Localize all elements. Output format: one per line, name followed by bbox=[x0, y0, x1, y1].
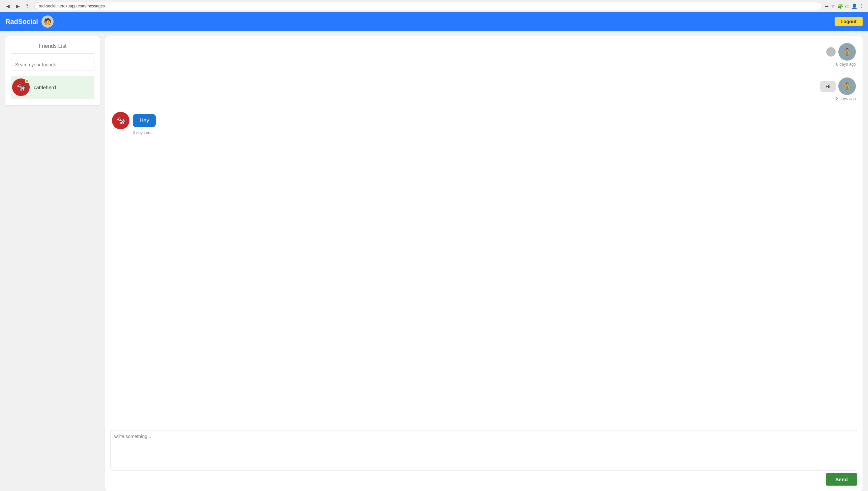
msg-timestamp-left: 6 days ago bbox=[133, 131, 153, 135]
empty-bubble bbox=[826, 47, 836, 57]
msg-row-2: Hi 🧍 bbox=[820, 78, 856, 95]
extensions-icon[interactable]: 🧩 bbox=[837, 3, 843, 9]
msg-row-left: 🐄 Hey bbox=[112, 112, 156, 129]
chat-input-area: Send bbox=[105, 426, 863, 491]
logo-avatar: 🧑 bbox=[42, 16, 54, 28]
share-icon[interactable]: ➦ bbox=[825, 3, 829, 9]
menu-icon[interactable]: ⋮ bbox=[859, 3, 864, 9]
main-layout: Friends List 🐄 cattleherd 🧍 8 days ago bbox=[0, 31, 868, 491]
msg-row-1: 🧍 bbox=[826, 43, 856, 61]
message-left-1: 🐄 Hey 6 days ago bbox=[112, 112, 856, 135]
browser-actions: ➦ ☆ 🧩 ▭ 👤 ⋮ bbox=[825, 3, 864, 9]
chat-area: 🧍 8 days ago Hi 🧍 8 days ago 🐄 Hey 6 day… bbox=[105, 36, 863, 491]
msg-timestamp-2: 8 days ago bbox=[836, 96, 856, 101]
message-right-2: Hi 🧍 8 days ago bbox=[112, 78, 856, 101]
star-icon[interactable]: ☆ bbox=[831, 3, 835, 9]
chat-messages: 🧍 8 days ago Hi 🧍 8 days ago 🐄 Hey 6 day… bbox=[105, 36, 863, 426]
app-header: RadSocial 🧑 Logout bbox=[0, 12, 868, 31]
back-button[interactable]: ◀ bbox=[4, 2, 11, 10]
refresh-button[interactable]: ↻ bbox=[24, 2, 32, 10]
search-input[interactable] bbox=[11, 59, 94, 70]
recipient-avatar-2: 🧍 bbox=[838, 78, 856, 95]
message-input[interactable] bbox=[111, 430, 857, 470]
message-right-1: 🧍 8 days ago bbox=[112, 43, 856, 67]
forward-button[interactable]: ▶ bbox=[14, 2, 22, 10]
browser-bar: ◀ ▶ ↻ rad-social.herokuapp.com/messages … bbox=[0, 0, 868, 12]
msg-timestamp-1: 8 days ago bbox=[836, 62, 856, 67]
logout-button[interactable]: Logout bbox=[835, 17, 863, 26]
friend-avatar: 🐄 bbox=[12, 79, 30, 96]
friend-name: cattleherd bbox=[34, 85, 56, 90]
app-name: RadSocial bbox=[5, 18, 38, 26]
sender-avatar: 🐄 bbox=[112, 112, 130, 129]
friends-list-title: Friends List bbox=[11, 43, 94, 54]
tab-icon[interactable]: ▭ bbox=[845, 3, 849, 9]
app-logo: RadSocial 🧑 bbox=[5, 16, 54, 28]
msg-bubble-hi: Hi bbox=[820, 81, 836, 92]
url-text: rad-social.herokuapp.com/messages bbox=[39, 4, 105, 8]
url-bar[interactable]: rad-social.herokuapp.com/messages bbox=[34, 2, 822, 10]
msg-bubble-hey: Hey bbox=[133, 114, 156, 127]
friend-item[interactable]: 🐄 cattleherd bbox=[11, 76, 94, 99]
profile-icon[interactable]: 👤 bbox=[851, 3, 857, 9]
online-indicator bbox=[25, 79, 29, 83]
friends-sidebar: Friends List 🐄 cattleherd bbox=[5, 36, 100, 106]
recipient-avatar-1: 🧍 bbox=[838, 43, 856, 61]
send-button[interactable]: Send bbox=[826, 473, 857, 486]
